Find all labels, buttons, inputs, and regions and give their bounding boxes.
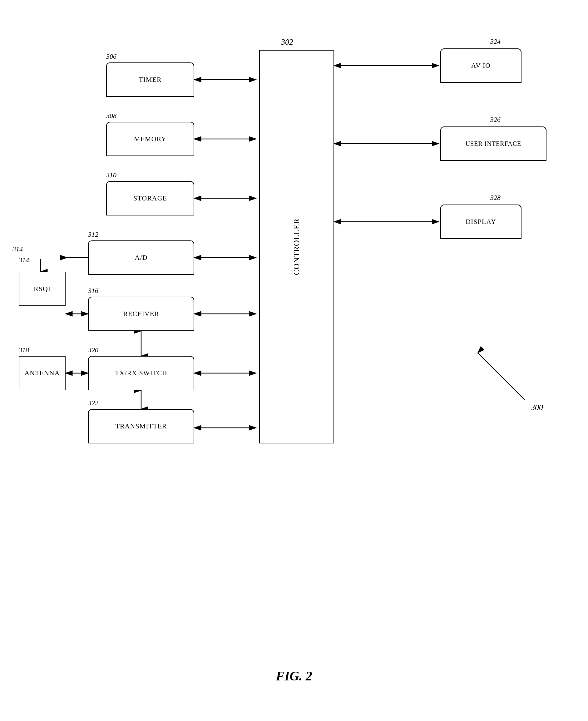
memory-ref: 308	[106, 112, 117, 120]
txrx-ref: 320	[88, 346, 98, 354]
rsqi-label: RSQI	[34, 285, 50, 293]
diagram: CONTROLLER 302 TIMER 306 MEMORY 308 STOR…	[0, 0, 588, 721]
avio-block: AV IO	[440, 48, 522, 83]
svg-line-24	[478, 353, 525, 400]
rsqi-block: RSQI	[19, 272, 66, 306]
timer-label: TIMER	[139, 76, 162, 84]
rsqi-ref: 314	[19, 256, 29, 264]
transmitter-label: TRANSMITTER	[115, 422, 167, 430]
figure-caption: FIG. 2	[0, 669, 588, 683]
user-interface-block: USER INTERFACE	[440, 126, 546, 161]
receiver-label: RECEIVER	[123, 310, 159, 318]
ad-block: A/D	[88, 240, 194, 275]
txrx-block: TX/RX SWITCH	[88, 356, 194, 390]
transmitter-ref: 322	[88, 399, 98, 407]
rsqi-ref-label: 314	[13, 245, 23, 253]
antenna-label: ANTENNA	[24, 369, 60, 377]
display-block: DISPLAY	[440, 205, 522, 239]
receiver-ref: 316	[88, 287, 98, 295]
antenna-block: ANTENNA	[19, 356, 66, 390]
timer-block: TIMER	[106, 62, 194, 97]
controller-ref: 302	[281, 38, 293, 47]
ad-label: A/D	[135, 254, 148, 262]
diagram-ref-label: 300	[531, 403, 543, 412]
receiver-block: RECEIVER	[88, 297, 194, 331]
display-ref: 328	[490, 194, 501, 202]
timer-ref: 306	[106, 52, 117, 61]
memory-block: MEMORY	[106, 122, 194, 156]
user-interface-ref: 326	[490, 115, 501, 124]
txrx-label: TX/RX SWITCH	[115, 369, 167, 377]
storage-label: STORAGE	[133, 194, 167, 202]
avio-ref: 324	[490, 38, 501, 46]
memory-label: MEMORY	[134, 135, 166, 143]
storage-ref: 310	[106, 171, 117, 179]
ad-ref: 312	[88, 230, 98, 238]
controller-block: CONTROLLER	[259, 50, 334, 443]
avio-label: AV IO	[471, 62, 490, 70]
user-interface-label: USER INTERFACE	[466, 140, 522, 147]
transmitter-block: TRANSMITTER	[88, 409, 194, 443]
antenna-ref: 318	[19, 346, 29, 354]
display-label: DISPLAY	[466, 218, 496, 226]
controller-label: CONTROLLER	[292, 218, 301, 275]
storage-block: STORAGE	[106, 181, 194, 215]
